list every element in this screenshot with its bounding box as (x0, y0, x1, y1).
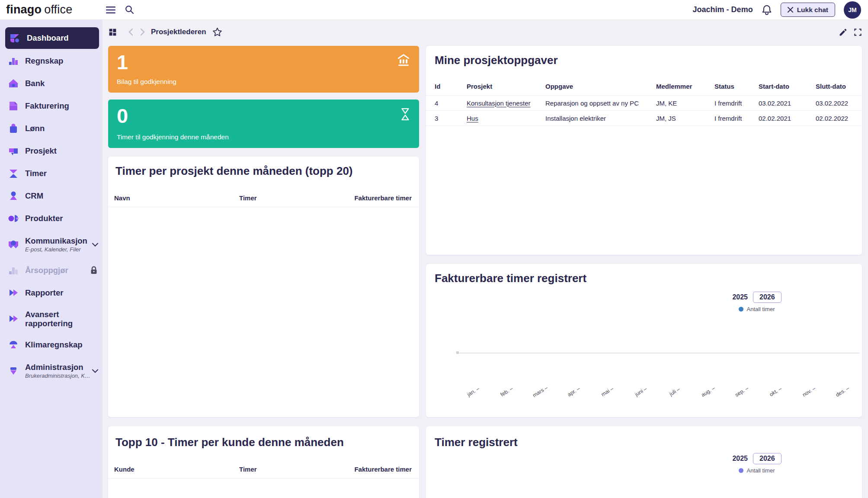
topbar: finagooffice Joachim - Demo Luk (0, 0, 868, 20)
topp-kunde-panel: Topp 10 - Timer per kunde denne måneden … (108, 426, 419, 498)
fakturerbare-timer-chart-panel: Fakturerbare timer registrert 2025 2026 … (426, 264, 862, 417)
hamburger-icon (106, 6, 115, 14)
kommunikasjon-icon (7, 239, 20, 250)
close-chat-label: Lukk chat (797, 6, 828, 14)
timer-count: 0 (117, 106, 410, 126)
hourglass-icon (400, 107, 410, 121)
timer-per-prosjekt-panel: Timer per prosjekt denne måneden (topp 2… (108, 157, 419, 417)
chevron-down-icon (92, 243, 98, 247)
sidebar-item-dashboard[interactable]: Dashboard (5, 27, 99, 49)
legend-dot-icon (739, 468, 743, 473)
table-header: Kunde Timer Fakturerbare timer (108, 466, 419, 473)
timer-label: Timer til godkjenning denne måneden (117, 133, 229, 141)
sidebar-item-prosjekt[interactable]: Prosjekt (0, 140, 102, 162)
year-2025-button[interactable]: 2025 (732, 455, 748, 463)
page-toolbar: Prosjektlederen (108, 20, 862, 44)
sidebar-item-fakturering[interactable]: Fakturering (0, 95, 102, 117)
avatar-initials: JM (848, 6, 856, 13)
bell-icon (762, 4, 772, 16)
panel-title: Mine prosjektoppgaver (435, 54, 862, 67)
logo-primary: finago (6, 3, 42, 16)
fullscreen-icon[interactable] (854, 28, 862, 36)
project-link[interactable]: Hus (467, 115, 545, 122)
bank-icon (7, 78, 20, 89)
lonn-icon (7, 123, 20, 134)
prosjektoppgaver-panel: Mine prosjektoppgaver Id Prosjekt Oppgav… (426, 46, 862, 255)
sidebar-item-kommunikasjon[interactable]: Kommunikasjon E-post, Kalender, Filer (0, 230, 102, 259)
panel-title: Fakturerbare timer registrert (435, 272, 862, 285)
chart-legend: Antall timer (739, 306, 775, 312)
year-2026-button[interactable]: 2026 (753, 453, 782, 464)
rapporter-icon (7, 287, 20, 299)
sidebar-item-administrasjon[interactable]: Administrasjon Brukeradministrasjon, K… (0, 356, 102, 386)
chevron-left-icon[interactable] (128, 28, 133, 36)
table-header: Id Prosjekt Oppgave Medlemmer Status Sta… (426, 77, 862, 96)
dashboard-icon (9, 32, 22, 44)
edit-pencil-icon[interactable] (839, 28, 848, 37)
sidebar-item-rapporter[interactable]: Rapporter (0, 282, 102, 304)
sidebar-item-sublabel: E-post, Kalender, Filer (25, 246, 87, 253)
logo-secondary: office (44, 3, 72, 16)
notifications-button[interactable] (762, 4, 772, 16)
sidebar-item-produkter[interactable]: Produkter (0, 207, 102, 230)
fakturering-icon (7, 100, 20, 112)
sidebar-item-arsoppgjor[interactable]: Årsoppgjør (0, 259, 102, 282)
close-chat-button[interactable]: Lukk chat (781, 3, 835, 17)
app-logo: finagooffice (6, 3, 72, 16)
search-button[interactable] (125, 5, 134, 14)
sidebar-item-timer[interactable]: Timer (0, 162, 102, 185)
hamburger-menu-button[interactable] (106, 6, 115, 14)
axis-origin-mark (456, 351, 459, 354)
legend-dot-icon (739, 307, 743, 312)
user-avatar[interactable]: JM (844, 1, 861, 19)
table-row[interactable]: 4 Konsultasjon tjenester Reparasjon og o… (426, 96, 862, 111)
user-name: Joachim - Demo (693, 5, 753, 14)
x-axis-line (459, 353, 859, 353)
sidebar: Dashboard Regnskap Bank Fakturering Lønn (0, 20, 102, 498)
project-link[interactable]: Konsultasjon tjenester (467, 100, 545, 107)
panel-title: Timer per prosjekt denne måneden (topp 2… (115, 164, 412, 178)
timer-icon (7, 168, 20, 179)
sidebar-item-klimaregnskap[interactable]: Klimaregnskap (0, 334, 102, 356)
bank-building-icon (397, 54, 410, 67)
app-root: finagooffice Joachim - Demo Luk (0, 0, 868, 498)
prosjektoppgaver-table: Id Prosjekt Oppgave Medlemmer Status Sta… (426, 77, 862, 126)
bilag-label: Bilag til godkjenning (117, 78, 176, 86)
favorite-star-icon[interactable] (212, 27, 222, 37)
page-title: Prosjektlederen (151, 28, 206, 36)
prosjekt-icon (7, 145, 20, 157)
table-header: Navn Timer Fakturerbare timer (108, 194, 419, 202)
lock-icon (90, 266, 98, 275)
timer-registrert-chart-panel: Timer registrert 2025 2026 Antall timer … (426, 426, 862, 498)
arsoppgjor-icon (7, 265, 20, 276)
x-axis-labels: jan. – feb. – mars – apr. – mai – juni –… (456, 389, 859, 395)
chart-legend: Antall timer (739, 467, 775, 474)
sidebar-item-label: Dashboard (27, 33, 69, 42)
timer-stat-card[interactable]: 0 Timer til godkjenning denne måneden (108, 100, 419, 148)
chevron-right-icon[interactable] (140, 28, 145, 36)
sidebar-item-bank[interactable]: Bank (0, 72, 102, 95)
year-2025-button[interactable]: 2025 (732, 293, 748, 301)
klimaregnskap-icon (7, 339, 20, 350)
panel-title: Timer registrert (435, 436, 862, 449)
dashboard-grid-icon[interactable] (108, 28, 117, 37)
sidebar-item-avansert-rapportering[interactable]: Avansert rapportering (0, 304, 102, 334)
sidebar-item-lonn[interactable]: Lønn (0, 117, 102, 140)
sidebar-item-sublabel: Brukeradministrasjon, K… (25, 373, 90, 379)
main-content: Prosjektlederen 1 Bilag til godkjenning … (102, 20, 868, 498)
year-2026-button[interactable]: 2026 (753, 292, 782, 303)
sidebar-item-regnskap[interactable]: Regnskap (0, 50, 102, 72)
bilag-stat-card[interactable]: 1 Bilag til godkjenning (108, 46, 419, 93)
sidebar-item-crm[interactable]: CRM (0, 185, 102, 207)
bilag-count: 1 (117, 52, 410, 72)
chevron-down-icon (92, 369, 98, 373)
regnskap-icon (7, 55, 20, 67)
table-row[interactable]: 3 Hus Installasjon elektriker JM, JS I f… (426, 111, 862, 126)
administrasjon-icon (7, 365, 20, 376)
produkter-icon (7, 213, 20, 224)
crm-icon (7, 190, 20, 202)
search-icon (125, 5, 134, 14)
panel-title: Topp 10 - Timer per kunde denne måneden (115, 436, 412, 449)
close-icon (788, 7, 793, 13)
avansert-rapportering-icon (7, 313, 20, 325)
